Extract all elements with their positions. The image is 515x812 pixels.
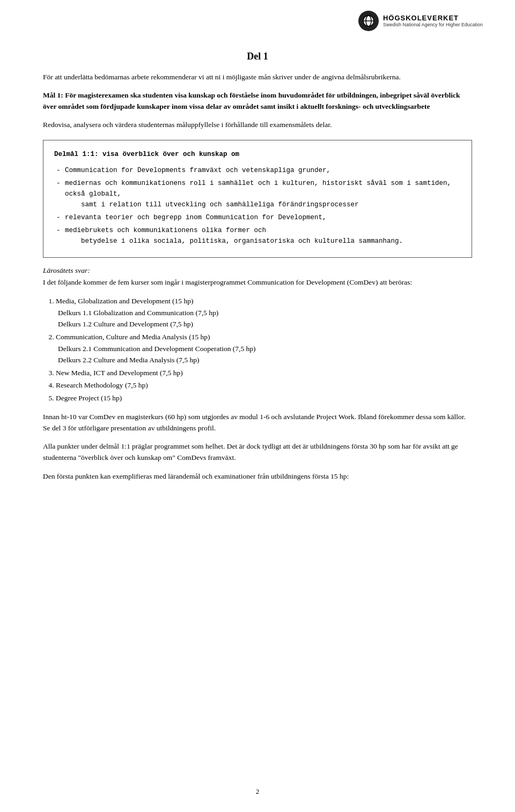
delmaal-list: Communication for Developments framväxt …: [54, 165, 461, 247]
logo-area: HÖGSKOLEVERKET Swedish National Agency f…: [358, 11, 483, 31]
sub-course: Delkurs 2.1 Communication and Developmen…: [56, 343, 472, 355]
list-item: Communication for Developments framväxt …: [54, 165, 461, 176]
list-item: New Media, ICT and Development (7,5 hp): [56, 367, 472, 379]
larosatets-intro: I det följande kommer de fem kurser som …: [43, 277, 472, 288]
list-item: Media, Globalization and Development (15…: [56, 295, 472, 330]
body-paragraph-2: Alla punkter under delmål 1:1 präglar pr…: [43, 441, 472, 464]
boxed-delmaal: Delmål 1:1: visa överblick över och kuns…: [43, 140, 472, 258]
page: HÖGSKOLEVERKET Swedish National Agency f…: [0, 0, 515, 812]
logo-icon: [358, 11, 379, 31]
course-list: Media, Globalization and Development (15…: [43, 295, 472, 404]
logo-text: HÖGSKOLEVERKET Swedish National Agency f…: [383, 14, 483, 28]
page-number: 2: [0, 787, 515, 796]
list-item: Research Methodology (7,5 hp): [56, 379, 472, 391]
sub-course: Delkurs 1.2 Culture and Development (7,5…: [56, 318, 472, 330]
list-item: Degree Project (15 hp): [56, 392, 472, 404]
intro-paragraph: För att underlätta bedömarnas arbete rek…: [43, 72, 472, 83]
list-item: mediebrukets och kommunikationens olika …: [54, 225, 461, 247]
larosatets-label: Lärosätets svar:: [43, 266, 472, 275]
sub-course: Delkurs 1.1 Globalization and Communicat…: [56, 307, 472, 319]
body-paragraph-1: Innan ht-10 var ComDev en magisterkurs (…: [43, 412, 472, 434]
body-paragraph-3: Den första punkten kan exemplifieras med…: [43, 471, 472, 482]
sub-course: Delkurs 2.2 Culture and Media Analysis (…: [56, 354, 472, 366]
instruction-text: Redovisa, analysera och värdera studente…: [43, 120, 472, 130]
goal-text: Mål 1: För magisterexamen ska studenten …: [43, 90, 472, 112]
logo-main-text: HÖGSKOLEVERKET: [383, 14, 483, 23]
logo-sub-text: Swedish National Agency for Higher Educa…: [383, 22, 483, 28]
list-item: relevanta teorier och begrepp inom Commu…: [54, 212, 461, 223]
list-item: mediernas och kommunikationens roll i sa…: [54, 178, 461, 210]
section-title: Del 1: [43, 51, 472, 62]
delmaal-title: Delmål 1:1: visa överblick över och kuns…: [54, 149, 461, 160]
list-item: Communication, Culture and Media Analysi…: [56, 331, 472, 366]
